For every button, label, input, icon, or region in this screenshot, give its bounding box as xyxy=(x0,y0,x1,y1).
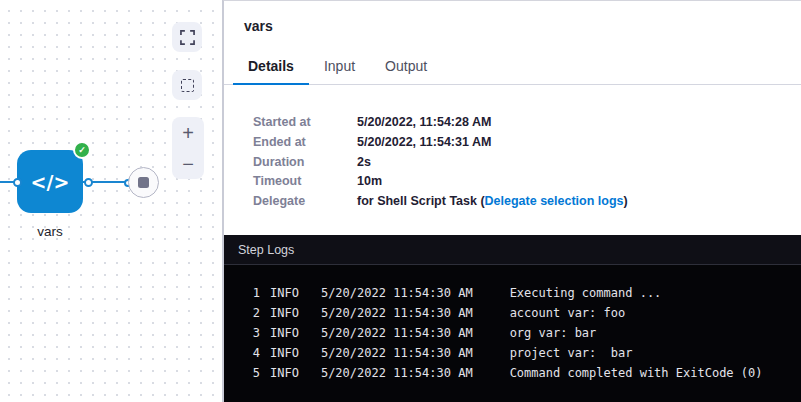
detail-tabs: Details Input Output xyxy=(224,54,801,85)
fullscreen-icon xyxy=(180,30,195,45)
step-node-vars[interactable]: </> xyxy=(17,150,83,213)
selection-box-icon xyxy=(181,79,194,92)
zoom-controls: + − xyxy=(172,117,204,179)
step-node-label: vars xyxy=(0,224,100,239)
detail-row: Timeout 10m xyxy=(253,172,801,192)
detail-row: Ended at 5/20/2022, 11:54:31 AM xyxy=(253,133,801,153)
log-line: 1 INFO 5/20/2022 11:54:30 AM Executing c… xyxy=(224,283,801,303)
fit-to-screen-button[interactable] xyxy=(172,22,202,52)
log-output[interactable]: 1 INFO 5/20/2022 11:54:30 AM Executing c… xyxy=(224,265,801,383)
tab[interactable]: Output xyxy=(370,58,442,85)
pipeline-canvas[interactable]: </> ✓ vars + − xyxy=(0,0,223,402)
log-line: 4 INFO 5/20/2022 11:54:30 AM project var… xyxy=(224,343,801,363)
log-line: 2 INFO 5/20/2022 11:54:30 AM account var… xyxy=(224,303,801,323)
node-port-out xyxy=(84,178,93,187)
success-check-icon: ✓ xyxy=(73,141,91,159)
details-list: Started at 5/20/2022, 11:54:28 AM Ended … xyxy=(253,113,801,212)
panel-title: vars xyxy=(244,18,801,34)
tab[interactable]: Details xyxy=(233,58,309,85)
step-logs-console: Step Logs 1 INFO 5/20/2022 11:54:30 AM E… xyxy=(224,235,801,402)
execution-view: </> ✓ vars + − vars Details xyxy=(0,0,801,402)
delegate-value: for Shell Script Task (Delegate selectio… xyxy=(357,192,628,212)
node-port-in xyxy=(13,178,22,187)
marquee-select-button[interactable] xyxy=(172,70,202,100)
log-line: 3 INFO 5/20/2022 11:54:30 AM org var: ba… xyxy=(224,323,801,343)
shell-script-step-icon: </> xyxy=(31,171,70,193)
tab[interactable]: Input xyxy=(309,58,370,85)
log-line: 5 INFO 5/20/2022 11:54:30 AM Command com… xyxy=(224,363,801,383)
step-logs-header[interactable]: Step Logs xyxy=(224,235,801,265)
delegate-selection-logs-link[interactable]: Delegate selection logs xyxy=(485,194,624,208)
detail-row: Duration 2s xyxy=(253,153,801,173)
pipeline-end-node[interactable] xyxy=(128,167,159,198)
zoom-out-button[interactable]: − xyxy=(172,148,204,179)
detail-row-delegate: Delegate for Shell Script Task (Delegate… xyxy=(253,192,801,212)
stop-icon xyxy=(138,177,149,188)
detail-row: Started at 5/20/2022, 11:54:28 AM xyxy=(253,113,801,133)
zoom-in-button[interactable]: + xyxy=(172,117,204,148)
